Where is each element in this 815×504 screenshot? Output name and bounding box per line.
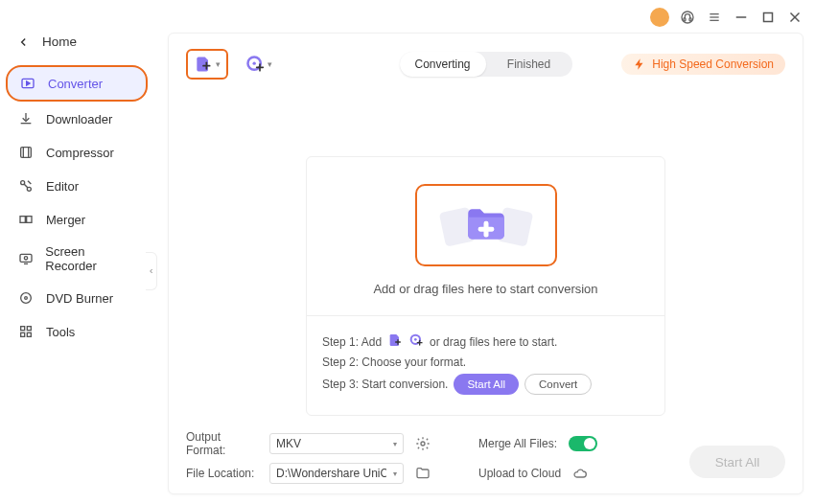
svg-rect-1	[684, 18, 686, 21]
screen-recorder-icon	[17, 250, 34, 267]
minimize-button[interactable]	[733, 9, 750, 26]
file-location-label: File Location:	[186, 467, 258, 480]
footer-row-1: Output Format: MKV ▾ Merge All Files: St…	[186, 430, 785, 457]
folder-plus-icon	[456, 201, 516, 249]
upload-label: Upload to Cloud	[478, 467, 561, 480]
svg-rect-2	[689, 18, 691, 21]
titlebar	[650, 8, 803, 27]
maximize-button[interactable]	[759, 9, 777, 26]
start-all-pill[interactable]: Start All	[454, 374, 519, 395]
merger-icon	[17, 211, 35, 228]
svg-point-47	[421, 442, 425, 446]
open-folder-icon[interactable]	[415, 465, 432, 482]
svg-rect-46	[419, 340, 420, 346]
svg-rect-27	[21, 327, 25, 331]
converter-icon	[19, 75, 36, 92]
toolbar: ▾ ▾ Converting Finished High Speed Conve…	[169, 34, 803, 89]
collapse-handle[interactable]	[146, 252, 157, 290]
merge-label: Merge All Files:	[478, 437, 557, 450]
sidebar-item-converter[interactable]: Converter	[6, 65, 148, 102]
dropzone: Add or drag files here to start conversi…	[306, 156, 665, 416]
hsc-label: High Speed Conversion	[652, 57, 774, 71]
caret-down-icon: ▾	[268, 59, 272, 69]
add-file-button[interactable]: ▾	[186, 49, 228, 80]
step-3: Step 3: Start conversion. Start All Conv…	[322, 374, 649, 395]
footer: Output Format: MKV ▾ Merge All Files: St…	[186, 424, 785, 484]
svg-rect-40	[477, 227, 494, 232]
sidebar-item-label: Downloader	[46, 112, 112, 126]
svg-point-34	[253, 62, 256, 65]
sidebar-item-label: Merger	[46, 213, 85, 227]
avatar[interactable]	[650, 8, 669, 27]
svg-rect-28	[27, 327, 31, 331]
settings-icon[interactable]	[415, 435, 432, 452]
sidebar-item-label: DVD Burner	[46, 291, 113, 306]
close-button[interactable]	[786, 9, 803, 26]
svg-rect-7	[764, 13, 773, 22]
home-label: Home	[42, 34, 77, 49]
tab-converting[interactable]: Converting	[400, 52, 486, 77]
steps: Step 1: Add or drag files here to start.…	[307, 316, 664, 415]
sidebar-item-screen-recorder[interactable]: Screen Recorder	[6, 237, 148, 281]
sidebar: Home Converter Downloader Compressor Edi…	[0, 0, 153, 504]
support-icon[interactable]	[679, 9, 696, 26]
output-format-label: Output Format:	[186, 430, 258, 457]
sidebar-item-editor[interactable]: Editor	[6, 170, 148, 202]
sidebar-item-downloader[interactable]: Downloader	[6, 103, 148, 135]
tab-switch: Converting Finished	[400, 52, 572, 77]
svg-line-17	[24, 184, 28, 188]
svg-rect-29	[21, 332, 25, 336]
sidebar-item-label: Editor	[46, 179, 79, 194]
sidebar-item-compressor[interactable]: Compressor	[6, 136, 148, 169]
back-icon[interactable]	[17, 35, 31, 49]
sidebar-item-label: Screen Recorder	[45, 244, 136, 273]
add-file-icon[interactable]	[387, 332, 403, 351]
sidebar-item-merger[interactable]: Merger	[6, 203, 148, 236]
output-format-select[interactable]: MKV ▾	[269, 433, 404, 454]
svg-rect-30	[27, 332, 31, 336]
main-panel: ▾ ▾ Converting Finished High Speed Conve…	[168, 33, 803, 494]
sidebar-item-dvd-burner[interactable]: DVD Burner	[6, 282, 148, 314]
svg-rect-20	[27, 217, 32, 223]
caret-down-icon: ▾	[216, 59, 221, 69]
sidebar-item-label: Converter	[48, 77, 103, 91]
compressor-icon	[17, 144, 35, 161]
caret-down-icon: ▾	[393, 470, 397, 478]
dvd-burner-icon	[17, 289, 35, 307]
tool-group: ▾ ▾	[186, 49, 280, 80]
high-speed-badge[interactable]: High Speed Conversion	[621, 54, 785, 75]
sidebar-item-label: Tools	[46, 325, 75, 339]
tab-finished[interactable]: Finished	[486, 52, 572, 77]
downloader-icon	[17, 110, 35, 127]
editor-icon	[17, 177, 35, 195]
add-dvd-button[interactable]: ▾	[238, 49, 280, 80]
caret-down-icon: ▾	[393, 440, 397, 448]
folder-frame[interactable]	[415, 184, 557, 266]
sidebar-item-tools[interactable]: Tools	[6, 315, 148, 348]
svg-point-23	[24, 257, 27, 260]
svg-rect-12	[21, 148, 32, 158]
cloud-icon[interactable]	[572, 465, 590, 482]
sidebar-item-label: Compressor	[46, 146, 114, 160]
svg-point-26	[25, 297, 28, 300]
convert-pill[interactable]: Convert	[524, 374, 592, 395]
drop-top[interactable]: Add or drag files here to start conversi…	[307, 157, 664, 316]
svg-marker-11	[27, 81, 30, 85]
merge-toggle[interactable]	[569, 436, 597, 451]
svg-point-25	[21, 293, 32, 304]
tools-icon	[17, 323, 35, 340]
svg-rect-22	[20, 254, 32, 262]
svg-rect-36	[259, 63, 261, 71]
file-location-select[interactable]: D:\Wondershare UniConverter 1 ▾	[269, 463, 404, 484]
svg-line-18	[28, 181, 31, 184]
start-all-button[interactable]: Start All	[689, 446, 785, 478]
step-2: Step 2: Choose your format.	[322, 355, 649, 369]
menu-icon[interactable]	[706, 9, 723, 26]
step-1: Step 1: Add or drag files here to start.	[322, 332, 649, 351]
svg-rect-19	[20, 217, 25, 223]
svg-rect-32	[206, 62, 208, 70]
drop-text: Add or drag files here to start conversi…	[318, 282, 653, 296]
add-dvd-icon[interactable]	[408, 332, 424, 351]
svg-point-44	[414, 338, 417, 341]
home-row[interactable]: Home	[0, 27, 153, 64]
